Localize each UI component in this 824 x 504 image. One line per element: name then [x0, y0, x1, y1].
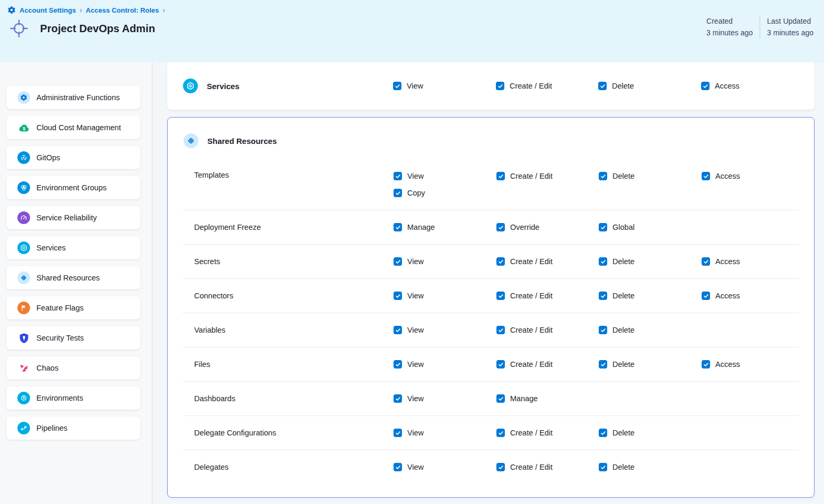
checkbox-checked-icon[interactable]	[702, 172, 710, 180]
permission-checkbox-access[interactable]: Access	[702, 359, 740, 370]
main-panel: Services View Create / Edit Delete Acces…	[152, 62, 824, 504]
sidebar-item-administrative-functions[interactable]: Administrative Functions	[6, 86, 140, 109]
permission-checkbox-view[interactable]: View	[394, 462, 424, 472]
permission-label: View	[407, 463, 424, 471]
sidebar-item-security-tests[interactable]: Security Tests	[6, 326, 140, 350]
permission-checkbox-delete[interactable]: Delete	[598, 81, 634, 91]
sidebar-item-pipelines[interactable]: Pipelines	[6, 416, 140, 440]
checkbox-checked-icon[interactable]	[702, 292, 710, 300]
checkbox-checked-icon[interactable]	[394, 326, 402, 334]
sidebar-item-label: GitOps	[36, 153, 60, 162]
permission-checkbox-manage[interactable]: Manage	[394, 222, 435, 232]
checkbox-checked-icon[interactable]	[599, 463, 607, 471]
permission-checkbox-view[interactable]: View	[394, 256, 424, 267]
permission-checkbox-create-edit[interactable]: Create / Edit	[496, 256, 553, 267]
permission-checkbox-delete[interactable]: Delete	[599, 359, 635, 370]
sidebar-item-label: Services	[36, 244, 66, 252]
checkbox-checked-icon[interactable]	[496, 463, 505, 471]
checkbox-checked-icon[interactable]	[394, 463, 402, 471]
checkbox-checked-icon[interactable]	[496, 292, 505, 300]
checkbox-checked-icon[interactable]	[599, 257, 607, 266]
permission-checkbox-manage[interactable]: Manage	[496, 393, 538, 404]
permission-checkbox-delete[interactable]: Delete	[599, 290, 635, 301]
permission-checkbox-create-edit[interactable]: Create / Edit	[496, 359, 553, 370]
permission-label: Access	[715, 257, 740, 266]
permission-checkbox-view[interactable]: View	[394, 428, 424, 438]
permission-label: Manage	[407, 223, 435, 231]
permission-label: Delete	[612, 429, 635, 437]
permission-checkbox-create-edit[interactable]: Create / Edit	[496, 171, 553, 181]
sidebar-item-chaos[interactable]: Chaos	[6, 356, 140, 380]
checkbox-checked-icon[interactable]	[394, 257, 402, 266]
sidebar-item-gitops[interactable]: GitOps	[6, 146, 140, 169]
checkbox-checked-icon[interactable]	[496, 223, 505, 231]
checkbox-checked-icon[interactable]	[599, 429, 607, 437]
created-meta: Created 3 minutes ago	[706, 15, 753, 38]
sidebar-item-service-reliability[interactable]: Service Reliability	[6, 206, 140, 229]
permission-checkbox-copy[interactable]: Copy	[394, 188, 425, 198]
resource-label: Templates	[194, 171, 394, 179]
checkbox-checked-icon[interactable]	[599, 172, 607, 180]
checkbox-checked-icon[interactable]	[702, 360, 710, 369]
permission-checkbox-access[interactable]: Access	[702, 256, 740, 267]
checkbox-checked-icon[interactable]	[496, 82, 504, 90]
resource-label: Files	[194, 360, 394, 369]
permission-label: Delete	[612, 292, 635, 300]
permission-checkbox-access[interactable]: Access	[702, 171, 740, 181]
checkbox-checked-icon[interactable]	[394, 292, 402, 300]
sidebar-item-cloud-cost-management[interactable]: $ Cloud Cost Management	[6, 116, 140, 139]
checkbox-checked-icon[interactable]	[393, 82, 401, 90]
checkbox-checked-icon[interactable]	[394, 429, 402, 437]
checkbox-checked-icon[interactable]	[394, 189, 402, 197]
sidebar-item-environment-groups[interactable]: Environment Groups	[6, 176, 140, 199]
permission-checkbox-create-edit[interactable]: Create / Edit	[496, 462, 553, 472]
checkbox-checked-icon[interactable]	[496, 360, 505, 369]
permission-label: View	[407, 429, 424, 437]
permission-checkbox-override[interactable]: Override	[496, 222, 540, 232]
checkbox-checked-icon[interactable]	[394, 394, 402, 403]
permission-checkbox-create-edit[interactable]: Create / Edit	[496, 428, 553, 438]
permission-checkbox-view[interactable]: View	[394, 393, 424, 404]
permission-checkbox-view[interactable]: View	[393, 81, 423, 91]
checkbox-checked-icon[interactable]	[394, 172, 402, 180]
permission-checkbox-global[interactable]: Global	[599, 222, 635, 232]
permission-checkbox-view[interactable]: View	[394, 290, 424, 301]
sidebar-item-shared-resources[interactable]: Shared Resources	[6, 266, 140, 289]
checkbox-checked-icon[interactable]	[701, 82, 710, 90]
checkbox-checked-icon[interactable]	[496, 429, 505, 437]
sidebar-item-services[interactable]: Services	[6, 236, 140, 259]
checkbox-checked-icon[interactable]	[598, 82, 607, 90]
checkbox-checked-icon[interactable]	[599, 360, 607, 369]
breadcrumb-link-access-control-roles[interactable]: Access Control: Roles	[86, 6, 159, 14]
permission-checkbox-create-edit[interactable]: Create / Edit	[496, 290, 553, 301]
resource-label: Dashboards	[194, 394, 394, 403]
permission-checkbox-create-edit[interactable]: Create / Edit	[496, 325, 553, 335]
permission-checkbox-delete[interactable]: Delete	[599, 428, 635, 438]
permission-checkbox-delete[interactable]: Delete	[599, 325, 635, 335]
permission-checkbox-create-edit[interactable]: Create / Edit	[496, 81, 552, 91]
permission-checkbox-delete[interactable]: Delete	[599, 171, 635, 181]
permission-column: Delete	[599, 325, 702, 335]
checkbox-checked-icon[interactable]	[599, 223, 607, 231]
checkbox-checked-icon[interactable]	[496, 172, 505, 180]
sidebar-item-feature-flags[interactable]: Feature Flags	[6, 296, 140, 319]
checkbox-checked-icon[interactable]	[496, 257, 505, 266]
permission-checkbox-view[interactable]: View	[394, 171, 424, 181]
breadcrumb-link-account-settings[interactable]: Account Settings	[20, 6, 76, 14]
checkbox-checked-icon[interactable]	[394, 223, 402, 231]
feature-flags-icon	[17, 302, 30, 314]
checkbox-checked-icon[interactable]	[599, 292, 607, 300]
permission-checkbox-view[interactable]: View	[394, 325, 424, 335]
checkbox-checked-icon[interactable]	[496, 394, 505, 403]
checkbox-checked-icon[interactable]	[702, 257, 710, 266]
permission-checkbox-delete[interactable]: Delete	[599, 462, 635, 472]
checkbox-checked-icon[interactable]	[496, 326, 505, 334]
permission-checkbox-delete[interactable]: Delete	[599, 256, 635, 267]
permission-checkbox-access[interactable]: Access	[701, 81, 740, 91]
permission-checkbox-view[interactable]: View	[394, 359, 424, 370]
checkbox-checked-icon[interactable]	[394, 360, 402, 369]
checkbox-checked-icon[interactable]	[599, 326, 607, 334]
sidebar-item-environments[interactable]: $ Environments	[6, 386, 140, 410]
permission-column: Access	[702, 256, 799, 267]
permission-checkbox-access[interactable]: Access	[702, 290, 740, 301]
